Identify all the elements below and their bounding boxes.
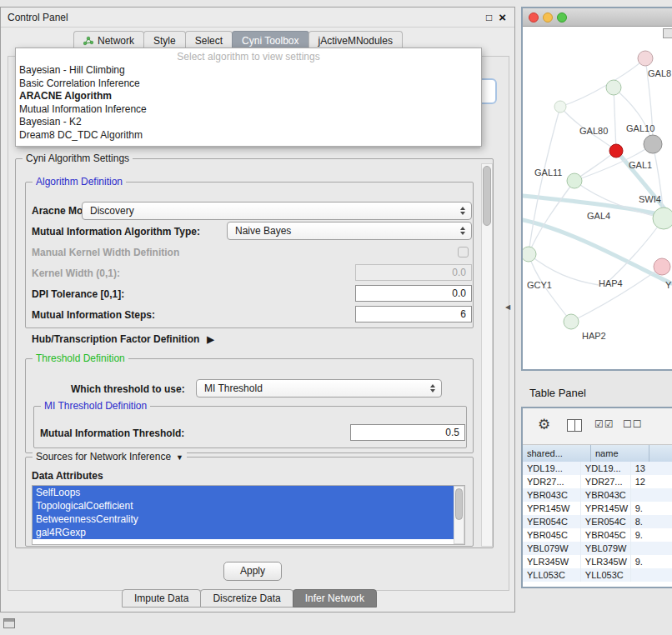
network-node[interactable] [654,258,670,275]
column-header[interactable] [649,445,672,462]
tab-impute-data[interactable]: Impute Data [122,589,201,608]
attribute-list-item[interactable]: SelfLoops [33,486,455,499]
sources-title: Sources for Network Inference [36,451,171,462]
network-node[interactable] [564,314,579,329]
network-node[interactable] [644,135,662,153]
node-label: SWI4 [639,194,661,204]
expand-arrow-icon[interactable]: ▶ [207,334,213,344]
birdseye-button[interactable] [663,28,672,38]
kernel-width-value: 0.0 [452,267,466,278]
table-toolbar: ⚙ ☑☑ ☐☐ [523,408,672,445]
table-cell: 9. [631,502,672,515]
tab-jactivemnodules[interactable]: jActiveMNodules [308,31,403,49]
data-attributes-list[interactable]: SelfLoopsTopologicalCoefficientBetweenne… [32,485,465,545]
attribute-list-item[interactable]: BetweennessCentrality [33,512,455,526]
mi-type-label: Mutual Information Algorithm Type: [32,226,200,238]
column-header[interactable]: shared... [523,445,591,462]
select-all-icon[interactable]: ☑☑ [594,418,614,430]
algorithm-option[interactable]: Bayesian - Hill Climbing [16,64,481,78]
table-row[interactable]: YBR045CYBR045C9. [523,528,672,542]
collapse-arrow-icon[interactable]: ▼ [176,453,183,462]
tab-infer-network[interactable]: Infer Network [293,589,377,608]
table-row[interactable]: YER054CYER054C8. [523,515,672,528]
algorithm-option[interactable]: Basic Correlation Inference [16,78,481,91]
algorithm-option[interactable]: Mutual Information Inference [16,103,481,117]
network-node[interactable] [638,51,653,66]
network-node[interactable] [609,144,623,158]
table-row[interactable]: YLR345WYLR345W9. [523,555,672,568]
list-scrollbar[interactable] [454,486,464,544]
manual-kernel-checkbox[interactable] [458,247,469,258]
network-node[interactable] [523,247,536,262]
tab-cyni-toolbox[interactable]: Cyni Toolbox [232,31,308,49]
scrollbar-thumb[interactable] [483,166,491,226]
mi-steps-value: 6 [460,308,466,320]
column-header[interactable]: name [591,445,649,462]
settings-scrollbar[interactable] [481,163,493,547]
table-row[interactable]: YDR27...YDR27...12 [523,475,672,488]
table-row[interactable]: YLL053CYLL053C [523,568,672,582]
mi-threshold-field[interactable]: 0.5 [350,424,465,441]
mi-type-select[interactable]: Naive Bayes [227,222,472,240]
table-cell: YBR045C [523,528,581,542]
scrollbar-thumb[interactable] [455,488,463,520]
close-icon[interactable]: × [499,8,506,28]
combo-arrows-icon [430,384,435,392]
table-cell [631,488,672,502]
kernel-width-label: Kernel Width (0,1): [32,268,120,279]
gear-icon[interactable]: ⚙ [538,416,550,433]
node-label: GAL80 [579,126,608,136]
node-label: GAL10 [626,123,654,133]
network-graph[interactable]: GAL8GAL80GAL10GAL11GAL1SWI4GAL4GCY1HAP4Y… [523,27,672,369]
network-icon [83,36,93,46]
table-row[interactable]: YDL19...YDL19...13 [523,462,672,475]
table-cell: YLR345W [581,555,631,568]
algorithm-dropdown-list: Select algorithm to view settings Bayesi… [15,48,482,147]
close-traffic-light[interactable] [529,12,539,22]
algorithm-option[interactable]: Bayesian - K2 [16,116,481,129]
dpi-tolerance-field[interactable]: 0.0 [355,285,472,302]
float-window-icon[interactable]: □ [486,8,492,28]
hub-definition-expander[interactable]: Hub/Transcription Factor Definition▶ [32,333,214,345]
group-title: Sources for Network Inference▼ [33,451,187,463]
node-label: HAP4 [599,278,623,288]
tab-network[interactable]: Network [73,31,144,49]
network-canvas[interactable]: GAL8GAL80GAL10GAL11GAL1SWI4GAL4GCY1HAP4Y… [523,27,672,369]
tab-label: Network [98,35,134,47]
mi-steps-field[interactable]: 6 [355,306,472,322]
tab-discretize-data[interactable]: Discretize Data [200,589,293,608]
algorithm-option[interactable]: Dream8 DC_TDC Algorithm [16,129,481,142]
deselect-all-icon[interactable]: ☐☐ [623,418,643,430]
algorithm-option[interactable]: ARACNE Algorithm [16,90,481,103]
attribute-list-item[interactable]: gal4RGexp [33,526,455,539]
tab-select[interactable]: Select [185,31,233,49]
network-view-window: GAL8GAL80GAL10GAL11GAL1SWI4GAL4GCY1HAP4Y… [521,7,672,371]
zoom-traffic-light[interactable] [557,12,567,22]
group-title: Threshold Definition [33,352,128,364]
minimize-traffic-light[interactable] [543,12,553,22]
table-row[interactable]: YPR145WYPR145W9. [523,502,672,515]
apply-button[interactable]: Apply [223,562,282,581]
network-node[interactable] [653,208,672,229]
table-row[interactable]: YBL079WYBL079W [523,542,672,555]
dropdown-placeholder: Select algorithm to view settings [16,48,481,64]
network-node[interactable] [567,173,582,188]
tab-style[interactable]: Style [143,31,186,49]
splitter-collapse-icon[interactable]: ◀ [505,303,510,311]
group-title: Algorithm Definition [33,176,126,188]
aracne-mode-select[interactable]: Discovery [82,202,472,220]
node-label: HAP2 [582,331,606,341]
table-cell: YER054C [581,515,631,528]
mi-threshold-value: 0.5 [445,427,459,438]
which-threshold-select[interactable]: MI Threshold [196,379,442,398]
columns-icon[interactable] [567,419,582,432]
table-row[interactable]: YBR043CYBR043C [523,488,672,502]
network-node[interactable] [554,101,566,112]
network-window-titlebar[interactable] [523,8,672,27]
table-cell: YLL053C [523,568,581,582]
control-panel-titlebar: Control Panel □ × [1,8,514,28]
tab-label: Cyni Toolbox [242,35,298,47]
panel-toggle-icon[interactable] [3,618,15,628]
attribute-list-item[interactable]: TopologicalCoefficient [33,499,455,512]
network-node[interactable] [606,80,621,95]
